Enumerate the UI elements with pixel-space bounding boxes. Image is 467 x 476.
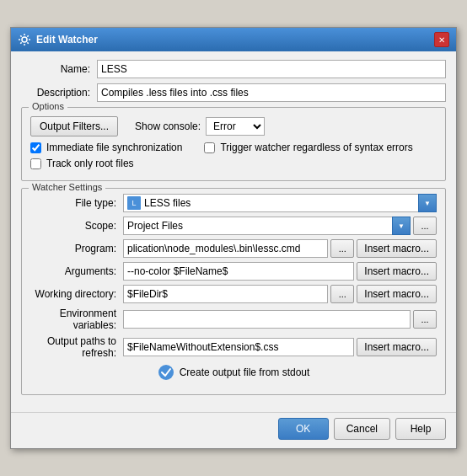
scope-input[interactable] [123,217,392,235]
arguments-input[interactable] [123,262,354,281]
name-input[interactable] [97,60,446,78]
scope-label: Scope: [30,220,123,232]
working-dir-browse-label: ... [339,289,346,299]
stdout-check-icon [158,364,174,381]
close-button[interactable]: ✕ [434,32,449,47]
output-filters-button[interactable]: Output Filters... [30,116,118,136]
working-dir-browse-btn[interactable]: ... [330,285,354,303]
program-browse-btn[interactable]: ... [330,239,354,258]
env-vars-browse-label: ... [421,314,428,324]
title-bar-left: Edit Watcher [18,33,98,46]
working-dir-macro-btn[interactable]: Insert macro... [357,285,437,303]
file-type-dropdown-container: L LESS files ▼ [123,194,437,212]
scope-chevron-icon: ▼ [398,222,405,230]
console-dropdown[interactable]: Error [206,117,265,136]
dialog-content: Name: Description: Options Output Filter… [11,51,456,409]
title-bar: Edit Watcher ✕ [11,28,456,51]
file-type-row: File type: L LESS files ▼ [30,194,437,212]
name-row: Name: [21,60,446,78]
program-row: Program: ... Insert macro... [30,239,437,258]
svg-point-1 [158,365,174,380]
edit-watcher-dialog: Edit Watcher ✕ Name: Description: Option… [10,27,457,449]
track-root-label: Track only root files [46,158,134,169]
arguments-label: Arguments: [30,265,123,277]
working-dir-row: Working directory: ... Insert macro... [30,285,437,303]
options-group: Options Output Filters... Show console: … [21,107,446,181]
output-paths-input[interactable] [123,338,354,356]
name-label: Name: [21,63,97,75]
watcher-settings-title: Watcher Settings [29,182,105,192]
file-type-label: File type: [30,197,123,209]
program-label: Program: [30,243,123,254]
file-type-value: LESS files [144,197,191,209]
console-dropdown-row: Error [206,117,265,136]
dialog-icon [18,33,31,46]
description-input[interactable] [97,83,446,102]
arguments-row: Arguments: Insert macro... [30,262,437,281]
output-paths-macro-btn[interactable]: Insert macro... [357,338,437,356]
program-input[interactable] [123,239,328,258]
description-label: Description: [21,87,97,99]
env-vars-browse-btn[interactable]: ... [413,310,437,329]
immediate-sync-row: Immediate file synchronization Trigger w… [30,142,437,153]
options-group-title: Options [29,101,67,111]
less-icon: L [127,196,141,210]
stdout-label: Create output file from stdout [180,366,310,378]
output-paths-label: Output paths to refresh: [30,335,123,359]
chevron-down-icon: ▼ [424,200,431,207]
window-title: Edit Watcher [36,34,98,45]
env-vars-input[interactable] [123,310,411,329]
scope-row: Scope: ▼ ... [30,217,437,235]
scope-input-container: ▼ ... [123,217,437,235]
program-macro-btn[interactable]: Insert macro... [357,239,437,258]
program-browse-label: ... [339,243,346,254]
file-type-dropdown[interactable]: L LESS files [123,194,418,212]
working-dir-label: Working directory: [30,288,123,300]
watcher-settings-group: Watcher Settings File type: L LESS files… [21,188,446,395]
scope-dropdown-btn[interactable]: ▼ [392,217,411,235]
trigger-watcher-checkbox[interactable] [204,142,215,153]
immediate-sync-label: Immediate file synchronization [46,142,182,153]
scope-browse-btn[interactable]: ... [413,217,437,235]
button-row: OK Cancel Help [11,412,456,448]
options-row1: Output Filters... Show console: Error [30,116,437,136]
trigger-watcher-label: Trigger watcher regardless of syntax err… [220,142,412,153]
ok-button[interactable]: OK [278,418,329,440]
description-row: Description: [21,83,446,102]
output-paths-row: Output paths to refresh: Insert macro... [30,335,437,359]
track-root-row: Track only root files [30,158,437,169]
file-type-dropdown-btn[interactable]: ▼ [418,194,437,212]
stdout-row: Create output file from stdout [30,364,437,381]
immediate-sync-checkbox[interactable] [30,142,41,153]
show-console-label: Show console: [135,120,201,132]
scope-browse-label: ... [421,221,428,231]
arguments-macro-btn[interactable]: Insert macro... [357,262,437,281]
env-vars-row: Environment variables: ... [30,308,437,331]
track-root-checkbox[interactable] [30,158,41,169]
title-controls: ✕ [434,32,449,47]
env-vars-label: Environment variables: [30,308,123,331]
cancel-button[interactable]: Cancel [334,418,390,440]
help-button[interactable]: Help [395,418,446,440]
working-dir-input[interactable] [123,285,328,303]
svg-point-0 [22,37,27,42]
